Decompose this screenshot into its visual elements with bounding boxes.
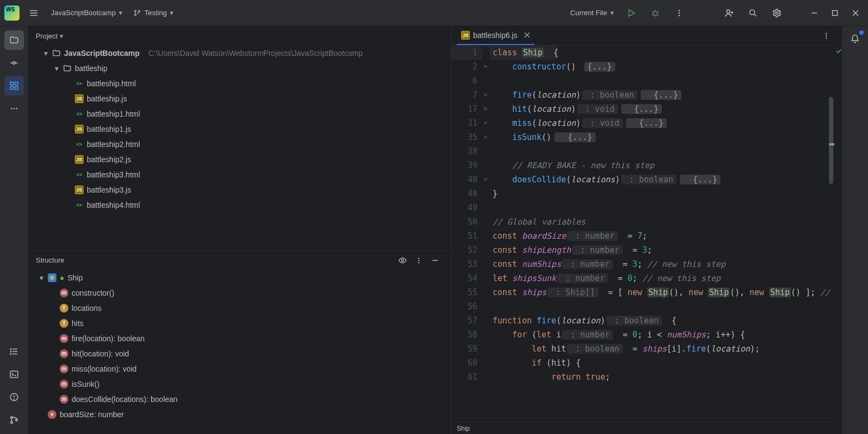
code-line[interactable]: 54let shipsSunk : number = 0; // new thi… bbox=[451, 271, 834, 285]
project-file[interactable]: JSbattleship1.js bbox=[28, 122, 451, 137]
tab-close-button[interactable] bbox=[521, 32, 530, 38]
fold-toggle[interactable]: > bbox=[482, 60, 489, 74]
svg-point-9 bbox=[679, 12, 680, 14]
structure-tool-button[interactable] bbox=[4, 76, 24, 95]
inspection-ok-icon[interactable] bbox=[835, 48, 842, 54]
code-line[interactable]: 48} bbox=[451, 187, 834, 201]
project-tool-button[interactable] bbox=[4, 30, 24, 50]
commit-tool-button[interactable] bbox=[4, 53, 24, 73]
terminal-tool-button[interactable] bbox=[4, 365, 24, 384]
svg-point-8 bbox=[679, 10, 680, 11]
settings-button[interactable] bbox=[767, 3, 787, 23]
more-tools-button[interactable] bbox=[4, 99, 24, 118]
project-selector[interactable]: JavaScriptBootcamp ▾ bbox=[48, 9, 126, 17]
code-line[interactable]: 6 bbox=[451, 74, 834, 88]
code-line[interactable]: 1class Ship { bbox=[451, 46, 834, 60]
project-folder[interactable]: ▾ battleship bbox=[28, 61, 451, 76]
window-maximize-button[interactable] bbox=[827, 5, 843, 21]
code-editor[interactable]: 1class Ship {2> constructor() {...}67> f… bbox=[451, 46, 834, 422]
code-line[interactable]: 55const ships : Ship[] = [ new Ship(), n… bbox=[451, 285, 834, 299]
structure-tree[interactable]: ▾ ● Ship mconstructor()flocationsfhitsmf… bbox=[28, 270, 451, 422]
project-file[interactable]: <>battleship4.html bbox=[28, 197, 451, 213]
editor-tab[interactable]: JS battleship6.js bbox=[457, 27, 534, 45]
code-line[interactable]: 56 bbox=[451, 299, 834, 314]
code-line[interactable]: 57function fire(location) : boolean { bbox=[451, 314, 834, 328]
code-line[interactable]: 17> hit(location) : void {...} bbox=[451, 102, 834, 116]
debug-button[interactable] bbox=[646, 3, 665, 23]
fold-toggle[interactable]: > bbox=[482, 130, 489, 144]
svg-point-12 bbox=[750, 10, 755, 15]
structure-member[interactable]: mconstructor() bbox=[28, 285, 451, 301]
project-file[interactable]: JSbattleship2.js bbox=[28, 152, 451, 167]
structure-member[interactable]: misSunk() bbox=[28, 376, 451, 392]
project-file[interactable]: <>battleship3.html bbox=[28, 167, 451, 182]
git-branch-selector[interactable]: Testing ▾ bbox=[130, 9, 177, 17]
run-button[interactable] bbox=[622, 3, 641, 23]
svg-point-3 bbox=[135, 10, 136, 12]
vcs-tool-button[interactable] bbox=[4, 410, 24, 430]
more-actions-button[interactable] bbox=[669, 3, 689, 23]
structure-member[interactable]: flocations bbox=[28, 301, 451, 316]
window-minimize-button[interactable] bbox=[806, 5, 822, 21]
fold-toggle[interactable]: > bbox=[482, 173, 489, 187]
structure-member[interactable]: mhit(location): void bbox=[28, 346, 451, 361]
class-name: Ship bbox=[67, 273, 82, 282]
project-tree[interactable]: ▾ JavaScriptBootcamp C:\Users\David Wats… bbox=[28, 46, 451, 216]
code-line[interactable]: 59 let hit : boolean = ships[i].fire(loc… bbox=[451, 342, 834, 356]
fold-toggle[interactable]: > bbox=[482, 116, 489, 130]
method-icon: m bbox=[60, 334, 68, 343]
fold-toggle[interactable]: > bbox=[482, 88, 489, 102]
structure-hide-button[interactable] bbox=[427, 252, 443, 269]
code-line[interactable]: 31> miss(location) : void {...} bbox=[451, 116, 834, 130]
structure-class[interactable]: ▾ ● Ship bbox=[28, 270, 451, 285]
html-file-icon: <> bbox=[75, 79, 84, 88]
notifications-button[interactable] bbox=[845, 29, 865, 49]
code-line[interactable]: 50// Global variables bbox=[451, 215, 834, 229]
code-line[interactable]: 53const numShips : number = 3; // new th… bbox=[451, 257, 834, 271]
code-line[interactable]: 39 // READY BAKE - new this step bbox=[451, 158, 834, 173]
chevron-down-icon[interactable]: ▾ bbox=[58, 32, 63, 40]
search-everywhere-button[interactable] bbox=[743, 3, 763, 23]
structure-more-button[interactable] bbox=[411, 252, 427, 269]
editor-more-button[interactable] bbox=[818, 28, 834, 44]
project-file[interactable]: JSbattleship.js bbox=[28, 91, 451, 106]
project-root[interactable]: ▾ JavaScriptBootcamp C:\Users\David Wats… bbox=[28, 46, 451, 61]
project-file[interactable]: <>battleship1.html bbox=[28, 106, 451, 122]
main-menu-button[interactable] bbox=[24, 3, 43, 23]
code-line[interactable]: 2> constructor() {...} bbox=[451, 60, 834, 74]
structure-view-options[interactable] bbox=[394, 252, 411, 269]
project-file[interactable]: <>battleship.html bbox=[28, 76, 451, 91]
code-with-me-button[interactable] bbox=[719, 3, 739, 23]
run-config-selector[interactable]: Current File ▾ bbox=[567, 9, 617, 17]
editor-breadcrumb[interactable]: Ship bbox=[451, 422, 834, 434]
chevron-down-icon: ▾ bbox=[170, 9, 174, 17]
code-line[interactable]: 49 bbox=[451, 201, 834, 215]
code-line[interactable]: 58 for (let i : number = 0; i < numShips… bbox=[451, 328, 834, 342]
close-icon bbox=[852, 10, 859, 16]
code-line[interactable]: 40> doesCollide(locations) : boolean {..… bbox=[451, 173, 834, 187]
code-line[interactable]: 51const boardSize : number = 7; bbox=[451, 229, 834, 243]
warning-icon bbox=[9, 392, 19, 402]
project-file[interactable]: JSbattleship3.js bbox=[28, 182, 451, 197]
line-number: 59 bbox=[451, 342, 482, 356]
structure-global[interactable]: v boardSize: number bbox=[28, 407, 451, 422]
problems-tool-button[interactable] bbox=[4, 387, 24, 407]
fold-toggle[interactable]: > bbox=[482, 102, 489, 116]
code-line[interactable]: 60 if (hit) { bbox=[451, 356, 834, 370]
code-line[interactable]: 38 bbox=[451, 144, 834, 158]
code-line[interactable]: 52const shipLength : number = 3; bbox=[451, 243, 834, 257]
scrollbar-thumb[interactable] bbox=[829, 97, 833, 184]
todo-tool-button[interactable] bbox=[4, 342, 24, 361]
structure-member[interactable]: mmiss(location): void bbox=[28, 361, 451, 376]
structure-member[interactable]: mfire(location): boolean bbox=[28, 331, 451, 346]
structure-member[interactable]: mdoesCollide(locations): boolean bbox=[28, 392, 451, 407]
code-content: const ships : Ship[] = [ new Ship(), new… bbox=[489, 285, 830, 299]
code-line[interactable]: 61 return true; bbox=[451, 370, 834, 384]
code-line[interactable]: 35> isSunk() {...} bbox=[451, 130, 834, 144]
code-line[interactable]: 7> fire(location) : boolean {...} bbox=[451, 88, 834, 102]
window-close-button[interactable] bbox=[847, 5, 864, 21]
code-content: class Ship { bbox=[489, 46, 558, 60]
svg-rect-22 bbox=[10, 82, 13, 85]
structure-member[interactable]: fhits bbox=[28, 316, 451, 331]
project-file[interactable]: <>battleship2.html bbox=[28, 137, 451, 152]
